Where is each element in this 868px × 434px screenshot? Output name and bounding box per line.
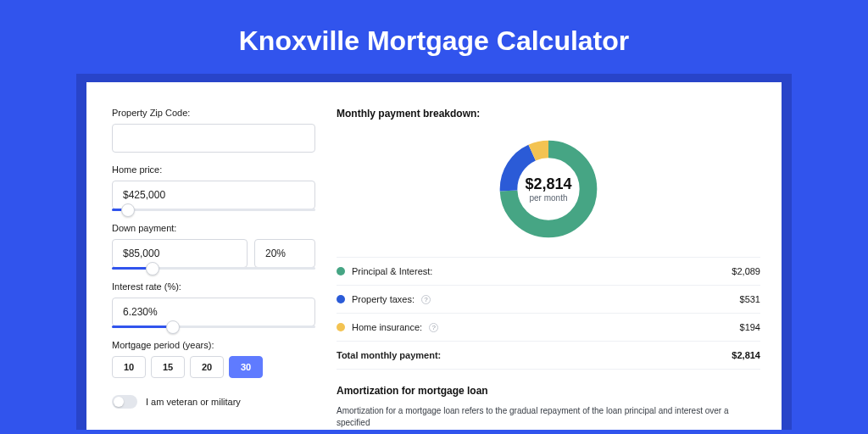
dot-icon <box>337 323 345 331</box>
veteran-row: I am veteran or military <box>112 395 315 409</box>
donut-chart: $2,814 per month <box>337 131 760 257</box>
home-price-field: Home price: <box>112 164 315 211</box>
period-options: 10 15 20 30 <box>112 356 315 378</box>
home-price-slider[interactable] <box>112 209 315 211</box>
interest-rate-field: Interest rate (%): <box>112 281 315 328</box>
legend-row-total: Total monthly payment: $2,814 <box>337 342 760 370</box>
slider-thumb[interactable] <box>146 262 159 275</box>
home-price-input[interactable] <box>112 181 315 209</box>
legend-row-taxes: Property taxes: ? $531 <box>337 286 760 314</box>
inputs-column: Property Zip Code: Home price: Down paym… <box>112 108 315 430</box>
interest-rate-slider[interactable] <box>112 326 315 328</box>
down-payment-field: Down payment: <box>112 223 315 270</box>
veteran-label: I am veteran or military <box>146 397 241 407</box>
donut-sub: per month <box>529 193 567 203</box>
breakdown-column: Monthly payment breakdown: $2,814 per mo… <box>337 108 760 430</box>
dot-icon <box>337 295 345 303</box>
down-payment-label: Down payment: <box>112 223 315 233</box>
down-payment-slider[interactable] <box>112 267 315 270</box>
page-title: Knoxville Mortgage Calculator <box>76 0 792 74</box>
down-payment-pct-input[interactable] <box>254 239 315 268</box>
interest-rate-label: Interest rate (%): <box>112 281 315 292</box>
period-btn-15[interactable]: 15 <box>151 356 185 378</box>
period-label: Mortgage period (years): <box>112 340 315 350</box>
legend-value: $194 <box>740 322 760 332</box>
interest-rate-input[interactable] <box>112 298 315 326</box>
breakdown-title: Monthly payment breakdown: <box>337 108 760 120</box>
zip-input[interactable] <box>112 124 315 153</box>
info-icon[interactable]: ? <box>429 323 438 332</box>
legend-label: Home insurance: <box>352 322 422 332</box>
slider-thumb[interactable] <box>121 203 135 217</box>
donut-total: $2,814 <box>525 175 571 193</box>
legend-label: Principal & Interest: <box>352 266 432 276</box>
home-price-label: Home price: <box>112 164 315 175</box>
legend-label: Property taxes: <box>352 294 415 304</box>
legend-row-principal: Principal & Interest: $2,089 <box>337 258 760 286</box>
legend-value: $2,814 <box>732 350 760 360</box>
shadow-strip: Property Zip Code: Home price: Down paym… <box>76 74 792 430</box>
amortization-section: Amortization for mortgage loan Amortizat… <box>337 385 760 429</box>
info-icon[interactable]: ? <box>421 295 431 304</box>
dot-icon <box>337 267 345 275</box>
amortization-text: Amortization for a mortgage loan refers … <box>337 405 760 429</box>
down-payment-input[interactable] <box>112 239 248 268</box>
legend-row-insurance: Home insurance: ? $194 <box>337 314 760 342</box>
legend-value: $2,089 <box>732 266 760 276</box>
legend-value: $531 <box>740 294 760 304</box>
amortization-title: Amortization for mortgage loan <box>337 385 760 397</box>
zip-field: Property Zip Code: <box>112 108 315 153</box>
calculator-panel: Property Zip Code: Home price: Down paym… <box>86 82 782 430</box>
legend-label: Total monthly payment: <box>337 350 441 360</box>
veteran-toggle[interactable] <box>112 395 137 409</box>
slider-thumb[interactable] <box>166 320 180 334</box>
zip-label: Property Zip Code: <box>112 108 315 118</box>
period-btn-30[interactable]: 30 <box>229 356 263 378</box>
period-btn-20[interactable]: 20 <box>190 356 224 378</box>
period-field: Mortgage period (years): 10 15 20 30 <box>112 340 315 378</box>
period-btn-10[interactable]: 10 <box>112 356 146 378</box>
legend: Principal & Interest: $2,089 Property ta… <box>337 257 760 370</box>
